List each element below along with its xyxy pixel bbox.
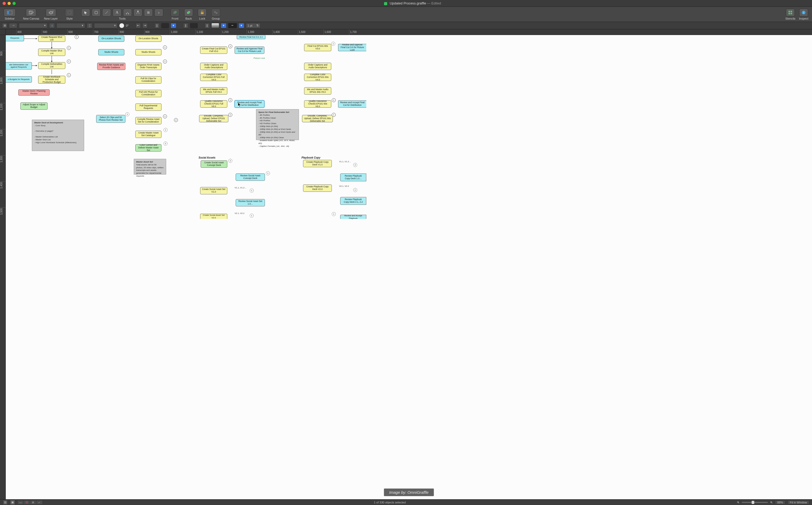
more-tools-button[interactable]: › bbox=[154, 9, 163, 16]
shadow-popup-button[interactable]: ▾ bbox=[221, 23, 226, 28]
pen-tool-button[interactable] bbox=[123, 9, 132, 16]
document-filename: Updated Process.graffle bbox=[390, 1, 426, 5]
svg-text:i: i bbox=[803, 11, 804, 14]
distribute-c[interactable]: ‖ bbox=[204, 23, 210, 28]
selection-tool-button[interactable] bbox=[81, 9, 90, 16]
svg-rect-25 bbox=[789, 11, 790, 12]
fill-popup-button[interactable]: ▾ bbox=[171, 23, 176, 28]
svg-rect-26 bbox=[791, 11, 792, 12]
stroke-weight-value: 1 pt bbox=[248, 24, 253, 27]
inspect-label: Inspect bbox=[799, 17, 808, 20]
front-label: Front bbox=[172, 17, 178, 20]
send-back-button[interactable] bbox=[184, 9, 193, 16]
lock-label: Lock bbox=[199, 17, 205, 20]
svg-point-12 bbox=[128, 13, 129, 14]
svg-rect-28 bbox=[791, 13, 792, 14]
toggle-sidebar-label: Sidebar bbox=[5, 17, 15, 20]
svg-line-10 bbox=[105, 11, 108, 14]
svg-rect-1 bbox=[7, 11, 9, 14]
svg-rect-23 bbox=[214, 11, 216, 13]
line-style-preview[interactable]: ━ bbox=[228, 23, 237, 28]
window-title-bar: Updated Process.graffle — Edited bbox=[0, 0, 812, 7]
svg-rect-13 bbox=[137, 11, 139, 12]
tools-label: Tools bbox=[119, 17, 126, 20]
back-label: Back bbox=[185, 17, 192, 20]
font-size-select[interactable]: ▾ bbox=[94, 23, 118, 28]
svg-rect-21 bbox=[187, 12, 189, 14]
new-layer-label: New Layer bbox=[44, 17, 58, 20]
svg-rect-24 bbox=[216, 12, 217, 14]
zoom-window-button[interactable] bbox=[13, 2, 16, 5]
fill-preview[interactable] bbox=[161, 23, 169, 28]
stroke-weight-select[interactable]: 1 pt⇅ bbox=[246, 23, 261, 28]
point-edit-tool-button[interactable] bbox=[134, 9, 142, 16]
minimize-window-button[interactable] bbox=[8, 2, 11, 5]
main-toolbar: Sidebar + New Canvas + New Layer Style A bbox=[0, 7, 812, 22]
line-tool-button[interactable] bbox=[102, 9, 111, 16]
font-style-select[interactable]: ▾ bbox=[56, 23, 85, 28]
traffic-lights bbox=[3, 2, 16, 5]
svg-text:+: + bbox=[32, 11, 33, 14]
crop-tool-button[interactable] bbox=[144, 9, 153, 16]
stencils-button[interactable] bbox=[786, 9, 795, 16]
svg-rect-27 bbox=[789, 13, 790, 14]
font-family-select[interactable]: ▾ bbox=[19, 23, 47, 28]
shadow-preview[interactable] bbox=[211, 23, 219, 28]
distribute-b[interactable]: ‖ bbox=[183, 23, 188, 28]
shape-tool-button[interactable] bbox=[92, 9, 101, 16]
align-right-button[interactable]: ⇥ bbox=[142, 23, 148, 28]
new-layer-button[interactable]: + bbox=[46, 9, 56, 16]
svg-point-11 bbox=[126, 13, 127, 14]
stroke-preview[interactable] bbox=[190, 23, 198, 28]
document-icon bbox=[384, 2, 387, 5]
distribute-a[interactable]: ‖ bbox=[154, 23, 160, 28]
svg-rect-9 bbox=[95, 11, 98, 14]
hguides-toggle[interactable]: ⇢ bbox=[9, 23, 17, 28]
inspect-button[interactable]: i bbox=[799, 9, 808, 16]
new-canvas-button[interactable]: + bbox=[26, 9, 36, 16]
line-style-popup-button[interactable]: ▾ bbox=[238, 23, 244, 28]
toggle-sidebar-button[interactable] bbox=[4, 9, 16, 16]
new-canvas-label: New Canvas bbox=[23, 17, 39, 20]
svg-text:+: + bbox=[52, 11, 53, 13]
vguides-toggle[interactable]: ⇣ bbox=[49, 23, 55, 28]
group-label: Group bbox=[212, 17, 220, 20]
svg-rect-8 bbox=[68, 11, 71, 14]
style-label: Style bbox=[66, 17, 72, 20]
bring-front-button[interactable] bbox=[171, 9, 179, 16]
stencils-label: Stencils bbox=[785, 17, 796, 20]
format-bar: ⊞ ⇢ ▾ ⇣ ▾ ⌶ ▾ 0° ⇤ ⇥ ‖ ▾ ‖ ‖ ▾ ━ ▾ 1 pt⇅ bbox=[0, 22, 812, 29]
rotation-readout: 0° bbox=[126, 24, 129, 27]
close-window-button[interactable] bbox=[3, 2, 6, 5]
text-tool-button[interactable]: A bbox=[113, 9, 122, 16]
document-edited-state: — Edited bbox=[427, 1, 441, 5]
svg-rect-22 bbox=[201, 12, 203, 14]
group-button[interactable] bbox=[211, 9, 220, 16]
lock-button[interactable] bbox=[198, 9, 207, 16]
text-color-swatch[interactable] bbox=[119, 23, 124, 28]
svg-rect-19 bbox=[174, 11, 177, 13]
ruler-origin-icon: ⊞ bbox=[2, 23, 7, 28]
style-picker-button[interactable] bbox=[65, 9, 74, 16]
align-left-button[interactable]: ⇤ bbox=[136, 23, 141, 28]
text-baseline-icon: ⌶ bbox=[87, 23, 93, 28]
